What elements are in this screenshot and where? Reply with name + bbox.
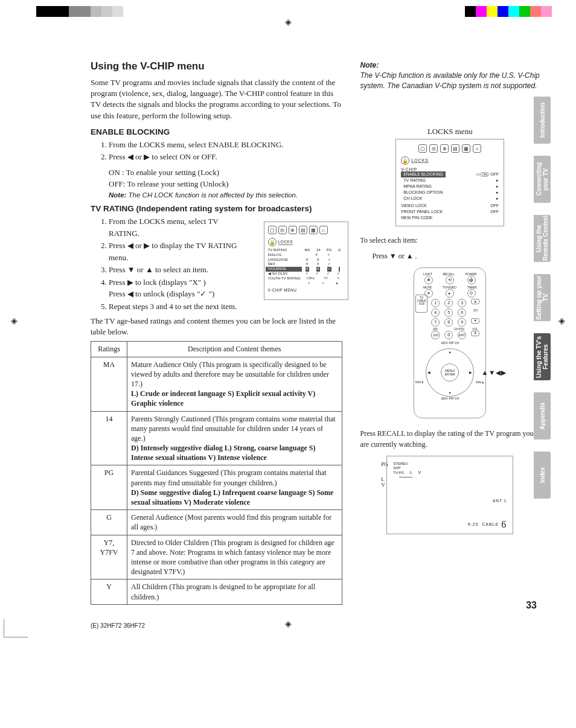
crop-mark bbox=[4, 619, 28, 637]
osd-icon: ▦ bbox=[309, 226, 318, 234]
osd-icon: ▦ bbox=[462, 144, 470, 153]
registration-mark-top: ◈ bbox=[285, 17, 292, 27]
osd-icon: ⊕ bbox=[289, 226, 297, 234]
table-row: PGParental Guidances Suggested (This pro… bbox=[91, 465, 342, 510]
tr-step-5: Repeat steps 3 and 4 to set the next ite… bbox=[109, 301, 242, 313]
section-tab: Index bbox=[534, 452, 551, 499]
eb-step-2: Press ◀ or ▶ to select ON or OFF. bbox=[109, 151, 342, 163]
after-steps-text: The TV age-based ratings and content the… bbox=[91, 316, 342, 337]
table-row: Y7, Y7FVDirected to Older Children (This… bbox=[91, 535, 342, 580]
tr-step-2: Press ◀ or ▶ to display the TV RATING me… bbox=[109, 240, 242, 263]
lock-icon: 🔒 bbox=[401, 156, 409, 165]
table-row: MAMature Audience Only (This program is … bbox=[91, 357, 342, 411]
section-tab: Introduction bbox=[534, 97, 551, 144]
tv-screen-osd: PGSTEREOSAPTV-PG L V L V ANT 1 9:25 CABL… bbox=[386, 456, 513, 534]
eb-note: Note: The CH LOCK function is not affect… bbox=[91, 190, 342, 200]
tr-step-4: Press ▶ to lock (displays "X" ) Press ◀ … bbox=[109, 276, 242, 300]
eb-step-1: From the LOCKS menu, select ENABLE BLOCK… bbox=[109, 139, 342, 151]
tv-rating-heading: TV RATING (Independent rating system for… bbox=[91, 204, 342, 213]
note-block: Note: The V-Chip function is available o… bbox=[360, 60, 540, 91]
enable-blocking-heading: ENABLE BLOCKING bbox=[91, 127, 342, 136]
page-number: 33 bbox=[526, 600, 537, 611]
section-tab: Using the Remote Control bbox=[534, 215, 551, 262]
table-row: 14Parents Strongly Cautioned (This progr… bbox=[91, 411, 342, 465]
remote-control-diagram: LIGHTRECALLPOWER ✻⟲⏻ MUTETV/VIDEOTIMER ✕… bbox=[414, 267, 486, 418]
select-each-text: To select each item: bbox=[360, 235, 540, 246]
locks-menu-title: LOCKS menu bbox=[360, 127, 540, 136]
osd-icon: ◎ bbox=[429, 144, 438, 153]
osd-icon: ⊕ bbox=[440, 144, 449, 153]
osd-icon: ⌂ bbox=[473, 144, 481, 153]
press-ud-text: Press ▼ or ▲ . bbox=[360, 251, 540, 261]
locks-menu-osd: ▢◎⊕▤▦⌂ 🔒LOCKS V-CHIP ENABLE BLOCKING ◁ON… bbox=[395, 139, 504, 226]
osd-icon: ⌂ bbox=[319, 226, 328, 234]
arrows-hint: ▲▼◀▶ bbox=[481, 369, 507, 377]
ratings-table: RatingsDescription and Content themes MA… bbox=[91, 341, 342, 604]
registration-mark-bottom: ◈ bbox=[285, 619, 292, 629]
osd-icon: ▢ bbox=[268, 226, 277, 234]
table-row: YAll Children (This program is designed … bbox=[91, 580, 342, 604]
eb-on-line: ON : To enable your setting (Lock) bbox=[91, 167, 342, 179]
table-row: GGeneral Audience (Most parents would fi… bbox=[91, 510, 342, 535]
tr-step-3: Press ▼ or ▲ to select an item. bbox=[109, 264, 242, 276]
intro-paragraph: Some TV programs and movies include sign… bbox=[91, 77, 342, 121]
page-title: Using the V-CHIP menu bbox=[91, 60, 342, 72]
registration-mark-left: ◈ bbox=[11, 315, 18, 325]
recall-text: Press RECALL to display the rating of th… bbox=[360, 428, 540, 450]
registration-mark-right: ◈ bbox=[558, 315, 565, 325]
tv-rating-osd: ▢◎⊕▤▦⌂ 🔒LOCKS TV RATINGMA14PGG DIALOGX✓ … bbox=[264, 222, 348, 300]
section-tab: Connecting your TV bbox=[534, 156, 551, 203]
tr-step-1: From the LOCKS menu, select TV RATING. bbox=[109, 216, 242, 239]
eb-off-line: OFF: To release your setting (Unlock) bbox=[91, 178, 342, 190]
osd-icon: ▤ bbox=[451, 144, 459, 153]
lock-icon: 🔒 bbox=[268, 238, 277, 246]
osd-icon: ◎ bbox=[278, 226, 287, 234]
osd-icon: ▤ bbox=[299, 226, 307, 234]
footer-model-code: (E) 32HF72 36HF72 bbox=[91, 622, 145, 629]
osd-icon: ▢ bbox=[418, 144, 427, 153]
